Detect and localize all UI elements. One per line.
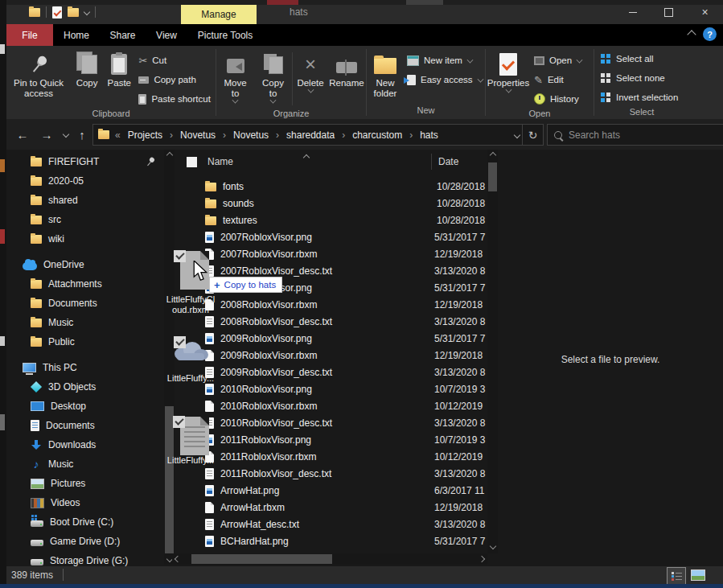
column-header-date[interactable]: Date xyxy=(438,156,458,167)
scrollbar-thumb[interactable] xyxy=(191,554,332,564)
filelist-scrollbar[interactable] xyxy=(487,150,498,553)
breadcrumb-segment-charcustom[interactable]: charcustom xyxy=(351,130,404,141)
breadcrumb-overflow-icon[interactable]: « xyxy=(115,130,121,141)
table-row[interactable]: fonts10/28/2018 xyxy=(175,178,487,195)
table-row[interactable]: 2007RobloxVisor.rbxm12/19/2018 xyxy=(175,245,487,262)
table-row[interactable]: 2011RobloxVisor.rbxm10/12/2019 xyxy=(175,448,487,465)
scroll-left-icon[interactable] xyxy=(172,553,183,565)
ribbon-tab-picture-tools[interactable]: Picture Tools xyxy=(187,24,263,46)
sidebar-item-documents[interactable]: Documents xyxy=(6,294,164,313)
folder-icon[interactable] xyxy=(68,8,79,17)
qat-dropdown-icon[interactable] xyxy=(84,9,90,15)
breadcrumb-segment-novetus[interactable]: Novetus xyxy=(232,130,270,141)
table-row[interactable]: 2008RobloxVisor.rbxm12/19/2018 xyxy=(175,296,487,313)
copy-to-button[interactable]: Copy to xyxy=(254,49,292,103)
new-item-button[interactable]: New item xyxy=(404,51,484,70)
sidebar-item-pictures[interactable]: Pictures xyxy=(6,474,164,493)
scroll-down-icon[interactable] xyxy=(487,541,498,552)
horizontal-scrollbar[interactable] xyxy=(172,553,487,565)
table-row[interactable]: ArrowHat.png6/3/2017 11 xyxy=(175,482,487,499)
help-icon[interactable]: ? xyxy=(703,27,717,41)
table-row[interactable]: 2009RobloxVisor.png5/31/2017 7 xyxy=(175,330,487,347)
cut-button[interactable]: ✂ Cut xyxy=(135,51,216,70)
address-dropdown-icon[interactable] xyxy=(514,131,520,138)
table-row[interactable]: sounds10/28/2018 xyxy=(175,195,487,212)
move-to-button[interactable]: Move to xyxy=(216,49,254,103)
delete-button[interactable]: × Delete xyxy=(293,49,328,93)
table-row[interactable]: BCHardHat.png5/31/2017 7 xyxy=(175,532,487,549)
table-row[interactable]: 2009RobloxVisor.rbxm12/19/2018 xyxy=(175,347,487,364)
copy-button[interactable]: Copy xyxy=(71,49,103,88)
select-all-button[interactable]: Select all xyxy=(598,49,654,68)
new-folder-button[interactable]: New folder xyxy=(367,49,404,99)
open-button[interactable]: Open xyxy=(531,51,592,70)
sidebar-item-3d-objects[interactable]: 3D Objects xyxy=(6,377,164,397)
table-row[interactable]: ArrowHat.rbxm12/19/2018 xyxy=(175,499,487,516)
ribbon-tab-view[interactable]: View xyxy=(146,24,187,46)
scroll-right-icon[interactable] xyxy=(476,553,487,565)
folder-icon[interactable] xyxy=(29,8,40,17)
sidebar-item-this-pc[interactable]: This PC xyxy=(6,358,164,377)
sidebar-item-onedrive[interactable]: OneDrive xyxy=(6,255,164,274)
properties-check-icon[interactable] xyxy=(52,6,62,19)
sidebar-item-downloads[interactable]: Downloads xyxy=(6,435,164,454)
back-icon[interactable]: ← xyxy=(13,119,32,150)
history-button[interactable]: History xyxy=(531,89,592,109)
sidebar-item-public[interactable]: Public xyxy=(6,332,164,352)
breadcrumb-segment-projects[interactable]: Projects xyxy=(126,130,164,141)
breadcrumb-segment-hats[interactable]: hats xyxy=(418,130,440,141)
table-row[interactable]: 2008RobloxVisor_desc.txt3/13/2020 8 xyxy=(175,313,487,330)
paste-button[interactable]: Paste xyxy=(103,49,135,88)
sidebar-item-2020-05[interactable]: 2020-05 xyxy=(6,171,164,191)
table-row[interactable]: 2011RobloxVisor.png10/7/2019 3 xyxy=(175,431,487,448)
table-row[interactable]: 2010RobloxVisor.png10/7/2019 3 xyxy=(175,380,487,397)
sidebar-item-src[interactable]: src xyxy=(6,210,164,229)
sidebar-item-boot-drive-c[interactable]: Boot Drive (C:) xyxy=(6,512,164,532)
refresh-button[interactable]: ↻ xyxy=(522,124,544,146)
select-none-button[interactable]: Select none xyxy=(598,68,665,88)
breadcrumb-segment-novetus[interactable]: Novetus xyxy=(179,130,217,141)
pin-to-quick-access-button[interactable]: Pin to Quick access xyxy=(6,49,71,99)
breadcrumb[interactable]: « Projects›Novetus›Novetus›shareddata›ch… xyxy=(92,124,530,146)
scroll-up-icon[interactable] xyxy=(164,150,175,161)
table-row[interactable]: 2010RobloxVisor_desc.txt3/13/2020 8 xyxy=(175,414,487,431)
scroll-up-icon[interactable] xyxy=(487,150,498,161)
copy-path-button[interactable]: Copy path xyxy=(135,70,216,89)
up-icon[interactable]: ↑ xyxy=(72,119,92,150)
sidebar-item-music[interactable]: Music xyxy=(6,313,164,332)
rename-button[interactable]: Rename xyxy=(328,49,365,88)
table-row[interactable]: textures10/28/2018 xyxy=(175,212,487,228)
large-icons-view-button[interactable] xyxy=(689,567,707,583)
sidebar-item-firefight[interactable]: FIREFIGHT xyxy=(6,152,164,171)
sidebar-item-wiki[interactable]: wiki xyxy=(6,229,164,249)
properties-button[interactable]: Properties xyxy=(486,49,531,93)
ribbon-tab-home[interactable]: Home xyxy=(53,24,100,46)
sidebar-item-music[interactable]: ♪Music xyxy=(6,454,164,474)
edit-button[interactable]: ✎ Edit xyxy=(531,70,592,89)
details-view-button[interactable] xyxy=(667,567,686,585)
forward-icon[interactable]: → xyxy=(37,119,56,150)
column-header-name[interactable]: Name xyxy=(207,156,233,167)
table-row[interactable]: 2009RobloxVisor_desc.txt3/13/2020 8 xyxy=(175,364,487,380)
sidebar-item-game-drive-d[interactable]: Game Drive (D:) xyxy=(6,532,164,551)
paste-shortcut-button[interactable]: Paste shortcut xyxy=(135,89,216,109)
sidebar-item-desktop[interactable]: Desktop xyxy=(6,397,164,416)
table-row[interactable]: 2010RobloxVisor.rbxm10/12/2019 xyxy=(175,397,487,414)
table-row[interactable]: ArrowHat_desc.txt3/13/2020 8 xyxy=(175,516,487,532)
scrollbar-thumb[interactable] xyxy=(488,162,497,191)
ribbon-tab-manage[interactable]: Manage xyxy=(181,5,257,24)
sidebar-item-videos[interactable]: Videos xyxy=(6,493,164,512)
ribbon-tab-share[interactable]: Share xyxy=(100,24,146,46)
select-all-checkbox[interactable] xyxy=(187,157,197,167)
collapse-ribbon-icon[interactable] xyxy=(687,30,696,39)
sidebar-item-documents[interactable]: Documents xyxy=(6,416,164,435)
search-input[interactable]: Search hats xyxy=(547,124,723,146)
breadcrumb-segment-shareddata[interactable]: shareddata xyxy=(285,130,336,141)
sidebar-item-shared[interactable]: shared xyxy=(6,191,164,210)
sidebar-item-attachments[interactable]: Attachments xyxy=(6,274,164,294)
easy-access-button[interactable]: Easy access xyxy=(404,70,484,89)
table-row[interactable]: 2007RobloxVisor.png5/31/2017 7 xyxy=(175,228,487,245)
invert-selection-button[interactable]: Invert selection xyxy=(598,88,678,107)
scrollbar-thumb[interactable] xyxy=(165,406,174,553)
ribbon-tab-file[interactable]: File xyxy=(6,24,53,46)
